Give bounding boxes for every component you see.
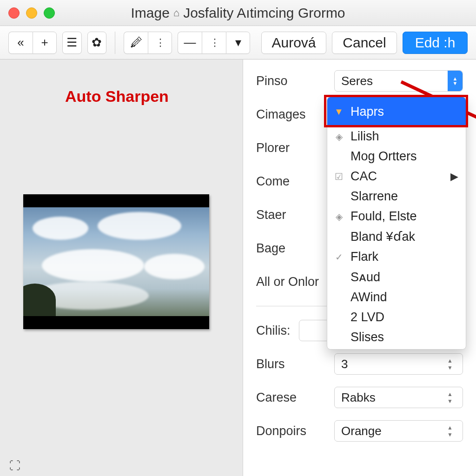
all-label: All or Onlor [256,275,319,289]
apply-button[interactable]: Edd :h [403,32,468,54]
dropdown-item[interactable]: ◈Lilish [327,126,466,146]
dropdown-item-label: CAC [350,169,377,184]
toolbar-separator [115,32,115,54]
preview-image [23,207,209,316]
main-area: Auto Sharpen ⛶ Pinso Seres ▲▼ [0,60,476,476]
minimize-window[interactable] [26,7,37,19]
dropdown-item[interactable]: Mog Ortters [327,146,466,166]
row-carese: Carese Rabks ▲▼ [256,386,463,409]
carese-select[interactable]: Rabks ▲▼ [334,387,463,408]
toolbar: « + ☰ ✿ 🖉 ⋮ — ⋮ ▾ Aurová Cancel Edd :h [0,26,476,60]
line-dropdown[interactable]: ▾ [226,32,250,54]
blurs-label: Blurs [256,357,326,371]
row-donpoirs: Donpoirs Orange ▲▼ [256,420,463,442]
donpoirs-label: Donpoirs [256,424,326,438]
line-group: — ⋮ ▾ [178,32,250,54]
select-stepper-icon: ▲▼ [448,71,463,91]
plorer-label: Plorer [256,141,326,155]
image-preview[interactable] [23,194,209,329]
dropdown-item[interactable]: Bland ¥ɗak [327,226,466,247]
dropdown-item-label: Slarrene [350,189,398,204]
zoom-window[interactable] [44,7,55,19]
dropdown-item-icon: ✓ [333,251,345,263]
pinso-select[interactable]: Seres ▲▼ [334,70,463,92]
submenu-arrow-icon: ▶ [450,171,458,183]
extension-button[interactable]: ✿ [87,32,107,54]
carese-label: Carese [256,390,326,405]
row-pinso: Pinso Seres ▲▼ [256,70,463,92]
dropdown-item[interactable]: Slises [327,327,466,347]
pinso-label: Pinso [256,74,326,88]
dropdown-item[interactable]: ▼Haprs [327,97,466,126]
cancel-button[interactable]: Cancel [332,32,397,54]
dropdown-item[interactable]: AWind [327,287,466,307]
brush-group: 🖉 ⋮ [124,32,172,54]
dropdown-item-label: Flark [350,250,378,264]
line-button[interactable]: — [178,32,202,54]
add-button[interactable]: + [33,32,57,54]
cimages-dropdown[interactable]: ▼Haprs◈LilishMog Ortters☑CAC▶Slarrene◈Fo… [327,97,466,350]
cimages-label: Cimages [256,107,326,122]
blurs-value: 3 [341,357,348,371]
dropdown-item-label: Haprs [350,105,384,119]
window-controls [8,7,55,19]
brush-options[interactable]: ⋮ [148,32,172,54]
dropdown-item-label: 2 LVD [350,310,384,324]
dropdown-item-label: Sᴀud [350,270,380,284]
dropdown-item-label: Fould, Elste [350,209,417,224]
back-button[interactable]: « [8,32,33,54]
layout-button[interactable]: ☰ [62,32,82,54]
stepper-icon: ▲▼ [444,424,456,438]
document-icon: ⌂ [173,7,179,19]
dropdown-item[interactable]: Sᴀud [327,267,466,287]
aurora-button[interactable]: Aurová [261,32,326,54]
title-text: Josfality Aıtimcing Grormo [183,5,345,21]
dropdown-item-label: Bland ¥ɗak [350,229,415,244]
row-blurs: Blurs 3 ▲▼ [256,353,463,375]
annotation-label: Auto Sharpen [65,87,169,106]
blurs-select[interactable]: 3 ▲▼ [334,353,463,375]
close-window[interactable] [8,7,20,19]
come-label: Come [256,174,326,189]
window-title: Image ⌂ Josfality Aıtimcing Grormo [0,5,476,21]
dropdown-item[interactable]: ◈Fould, Elste [327,206,466,226]
dropdown-item-label: AWind [350,290,387,304]
nav-group: « + [8,32,57,54]
stepper-icon: ▲▼ [444,357,456,371]
dropdown-item[interactable]: Slarrene [327,186,466,206]
dropdown-item-label: Slises [350,330,384,344]
stepper-icon: ▲▼ [444,391,456,404]
chilis-label: Chilis: [256,324,291,338]
dropdown-item-icon: ◈ [333,211,345,222]
canvas-area: Auto Sharpen ⛶ [0,60,243,476]
pinso-value: Seres [341,74,373,88]
titlebar: Image ⌂ Josfality Aıtimcing Grormo [0,0,476,26]
dropdown-item[interactable]: 2 LVD [327,307,466,327]
dropdown-item-label: Lilish [350,129,379,144]
dropdown-item-icon: ▼ [333,106,345,117]
dropdown-item-label: Mog Ortters [350,149,417,164]
footer-icon: ⛶ [9,459,20,472]
settings-panel: Pinso Seres ▲▼ Cimages Plorer Come Staer… [243,60,476,476]
carese-value: Rabks [341,390,376,405]
dropdown-item[interactable]: ☑CAC▶ [327,166,466,186]
brush-button[interactable]: 🖉 [124,32,148,54]
title-prefix: Image [131,5,169,21]
bage-label: Bage [256,241,326,256]
dropdown-item-icon: ☑ [333,171,345,182]
staer-label: Staer [256,208,326,222]
dropdown-item[interactable]: ✓Flark [327,247,466,267]
line-options[interactable]: ⋮ [202,32,226,54]
dropdown-item-icon: ◈ [333,131,345,142]
donpoirs-select[interactable]: Orange ▲▼ [334,420,463,442]
donpoirs-value: Orange [341,424,382,438]
